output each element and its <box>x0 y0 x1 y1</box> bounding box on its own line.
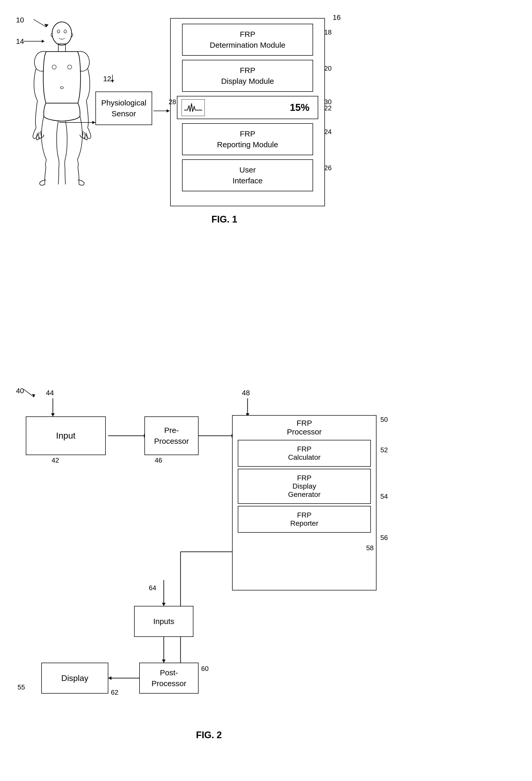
postprocessor-label: Post-Processor <box>151 667 186 689</box>
ref-16: 16 <box>333 13 341 22</box>
fig1-label: FIG. 1 <box>211 214 237 225</box>
svg-point-4 <box>52 22 72 45</box>
display-area-box: 15% 22 <box>177 96 318 119</box>
percentage-display: 15% <box>290 102 310 113</box>
ref-18: 18 <box>324 28 332 36</box>
display-box: Display <box>41 663 108 694</box>
frp-display-module-box: FRPDisplay Module <box>182 60 313 92</box>
ref-46: 46 <box>155 456 162 464</box>
input-box: Input <box>26 416 106 455</box>
ref-55: 55 <box>17 683 25 691</box>
svg-marker-26 <box>51 413 55 416</box>
frp-reporting-label: FRPReporting Module <box>217 129 278 149</box>
svg-point-9 <box>57 30 60 33</box>
ref-60: 60 <box>201 665 209 673</box>
frp-determination-label: FRPDetermination Module <box>210 30 285 49</box>
page: 10 14 <box>0 0 532 781</box>
ref-24: 24 <box>324 128 332 136</box>
ref-50: 50 <box>380 416 388 424</box>
svg-marker-12 <box>111 80 114 83</box>
display-area-wrapper: 28 30 15% 22 <box>177 96 318 119</box>
frp-display-gen-box: FRPDisplayGenerator <box>238 469 371 504</box>
user-interface-label: UserInterface <box>233 166 263 185</box>
svg-point-8 <box>60 87 64 89</box>
ref-62: 62 <box>111 689 118 696</box>
preprocessor-label: Pre-Processor <box>154 425 189 447</box>
human-figure <box>23 20 100 186</box>
svg-marker-38 <box>162 603 166 606</box>
display-label: Display <box>62 672 88 684</box>
svg-point-10 <box>64 30 67 33</box>
svg-point-7 <box>68 65 72 69</box>
inputs-label: Inputs <box>153 616 174 627</box>
preprocessor-box: Pre-Processor <box>145 416 199 455</box>
ref-26: 26 <box>324 164 332 172</box>
svg-line-41 <box>24 389 34 397</box>
sensor-label: PhysiologicalSensor <box>101 97 146 119</box>
waveform-svg <box>183 101 203 114</box>
ref-64: 64 <box>149 584 156 592</box>
frp-determination-module: FRPDetermination Module 18 <box>177 24 318 56</box>
inputs-box: Inputs <box>134 606 193 637</box>
frp-reporting-box: FRPReporting Module <box>182 123 313 155</box>
frp-processor-title-label: FRPProcessor <box>233 416 376 438</box>
frp-display-module-wrapper: FRPDisplay Module 20 <box>177 60 318 92</box>
ref-28: 28 <box>169 98 176 106</box>
svg-point-6 <box>52 65 56 69</box>
ref-56: 56 <box>380 534 388 542</box>
ref-42: 42 <box>51 456 59 464</box>
fig2-label: FIG. 2 <box>196 730 222 741</box>
waveform-container <box>181 99 205 116</box>
input-label: Input <box>56 429 76 442</box>
frp-display-module-label: FRPDisplay Module <box>221 66 274 85</box>
frp-processor-label: FRPProcessor <box>287 419 322 436</box>
arrow-sensor-system <box>152 107 173 115</box>
svg-marker-16 <box>167 109 170 113</box>
arrow-human-sensor <box>58 119 98 126</box>
postprocessor-box: Post-Processor <box>139 663 199 694</box>
ref-52: 52 <box>380 446 388 454</box>
svg-marker-14 <box>92 121 95 124</box>
ref-44: 44 <box>46 389 54 397</box>
ref-54: 54 <box>380 492 388 500</box>
svg-marker-40 <box>108 676 111 680</box>
ref-22: 22 <box>324 104 332 112</box>
ref-58: 58 <box>366 544 374 552</box>
system-box-fig1: FRPDetermination Module 18 FRPDisplay Mo… <box>170 18 325 206</box>
frp-reporting-wrapper: FRPReporting Module 24 <box>177 123 318 155</box>
frp-calculator-box: FRPCalculator <box>238 440 371 467</box>
sensor-box: PhysiologicalSensor <box>95 91 152 125</box>
fig1-section: 10 14 <box>0 0 532 371</box>
fig2-section: 40 44 48 Input 42 Pre-Processor 46 FRPPr… <box>0 374 532 781</box>
user-interface-wrapper: UserInterface 26 <box>177 159 318 191</box>
svg-marker-36 <box>162 660 166 663</box>
user-interface-box: UserInterface <box>182 159 313 191</box>
ref-20: 20 <box>324 65 332 73</box>
frp-display-gen-label: FRPDisplayGenerator <box>288 474 321 498</box>
frp-calculator-label: FRPCalculator <box>288 445 321 461</box>
frp-reporter-box: FRPReporter <box>238 506 371 533</box>
arrow-12 <box>107 74 123 86</box>
frp-reporter-label: FRPReporter <box>290 511 319 527</box>
frp-processor-outer-box: FRPProcessor FRPCalculator FRPDisplayGen… <box>232 415 376 590</box>
arrow-40 <box>21 387 42 400</box>
frp-determination-box: FRPDetermination Module <box>182 24 313 56</box>
ref-48: 48 <box>242 389 250 397</box>
